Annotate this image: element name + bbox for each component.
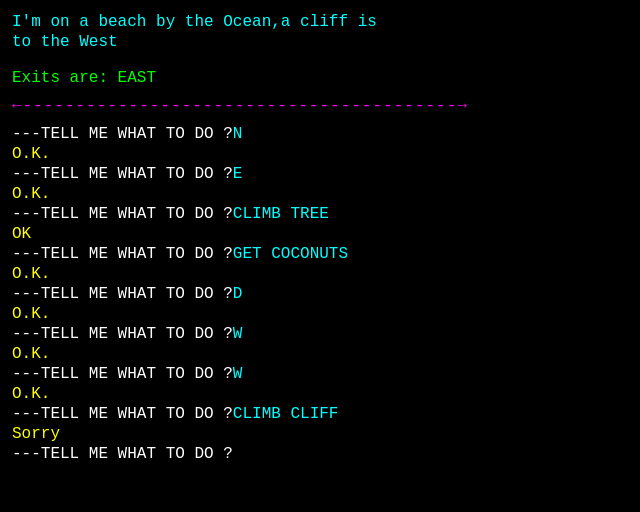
response-line-7: Sorry xyxy=(12,424,628,444)
response-line-6: O.K. xyxy=(12,384,628,404)
response-line-2: OK xyxy=(12,224,628,244)
exits-label: Exits are: EAST xyxy=(12,69,156,87)
description-line2: to the West xyxy=(12,33,118,51)
prompt-line-1: ---TELL ME WHAT TO DO ? E xyxy=(12,164,628,184)
description-line1: I'm on a beach by the Ocean,a cliff is xyxy=(12,13,377,31)
final-prompt-line: ---TELL ME WHAT TO DO ? xyxy=(12,444,628,464)
prompt-text-5: ---TELL ME WHAT TO DO ? xyxy=(12,324,233,344)
response-text-5: O.K. xyxy=(12,345,50,363)
prompt-text-1: ---TELL ME WHAT TO DO ? xyxy=(12,164,233,184)
prompt-text-4: ---TELL ME WHAT TO DO ? xyxy=(12,284,233,304)
prompt-line-4: ---TELL ME WHAT TO DO ? D xyxy=(12,284,628,304)
response-text-2: OK xyxy=(12,225,31,243)
description-text: I'm on a beach by the Ocean,a cliff is t… xyxy=(12,12,628,52)
final-prompt-text: ---TELL ME WHAT TO DO ? xyxy=(12,444,233,464)
prompt-text-0: ---TELL ME WHAT TO DO ? xyxy=(12,124,233,144)
prompt-line-2: ---TELL ME WHAT TO DO ? CLIMB TREE xyxy=(12,204,628,224)
prompt-line-6: ---TELL ME WHAT TO DO ? W xyxy=(12,364,628,384)
input-text-6: W xyxy=(233,364,243,384)
response-text-0: O.K. xyxy=(12,145,50,163)
exits-text: Exits are: EAST xyxy=(12,68,628,88)
response-line-3: O.K. xyxy=(12,264,628,284)
prompt-text-7: ---TELL ME WHAT TO DO ? xyxy=(12,404,233,424)
response-line-1: O.K. xyxy=(12,184,628,204)
input-text-7: CLIMB CLIFF xyxy=(233,404,339,424)
input-text-0: N xyxy=(233,124,243,144)
prompt-line-3: ---TELL ME WHAT TO DO ? GET COCONUTS xyxy=(12,244,628,264)
response-text-6: O.K. xyxy=(12,385,50,403)
response-text-3: O.K. xyxy=(12,265,50,283)
separator-line: ←---------------------------------------… xyxy=(12,96,628,116)
response-line-4: O.K. xyxy=(12,304,628,324)
response-text-7: Sorry xyxy=(12,425,60,443)
input-text-4: D xyxy=(233,284,243,304)
input-text-5: W xyxy=(233,324,243,344)
input-text-3: GET COCONUTS xyxy=(233,244,348,264)
prompt-text-2: ---TELL ME WHAT TO DO ? xyxy=(12,204,233,224)
prompt-text-6: ---TELL ME WHAT TO DO ? xyxy=(12,364,233,384)
prompt-line-5: ---TELL ME WHAT TO DO ? W xyxy=(12,324,628,344)
response-line-5: O.K. xyxy=(12,344,628,364)
prompt-text-3: ---TELL ME WHAT TO DO ? xyxy=(12,244,233,264)
prompt-line-7: ---TELL ME WHAT TO DO ? CLIMB CLIFF xyxy=(12,404,628,424)
response-text-1: O.K. xyxy=(12,185,50,203)
interactions-container: ---TELL ME WHAT TO DO ? NO.K.---TELL ME … xyxy=(12,124,628,444)
response-line-0: O.K. xyxy=(12,144,628,164)
input-text-1: E xyxy=(233,164,243,184)
terminal-screen: I'm on a beach by the Ocean,a cliff is t… xyxy=(0,0,640,512)
prompt-line-0: ---TELL ME WHAT TO DO ? N xyxy=(12,124,628,144)
response-text-4: O.K. xyxy=(12,305,50,323)
input-text-2: CLIMB TREE xyxy=(233,204,329,224)
